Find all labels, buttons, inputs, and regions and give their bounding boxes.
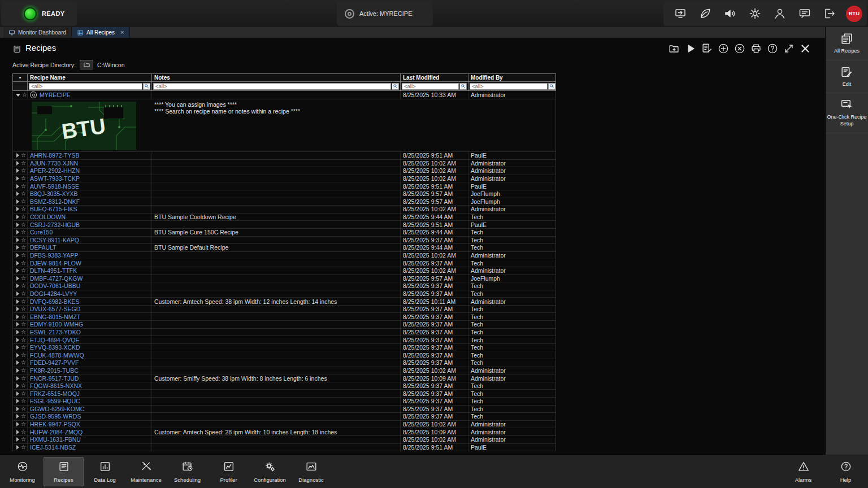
recipe-name-link[interactable]: DVUX-6577-SEGD [30,306,80,312]
close-icon[interactable] [797,41,813,56]
expand-arrow-icon[interactable] [16,161,19,165]
favorite-star-icon[interactable]: ☆ [21,152,26,158]
message-icon[interactable] [795,4,814,23]
column-options-button[interactable]: ▼ [13,74,28,81]
favorite-star-icon[interactable]: ☆ [21,368,26,373]
expand-arrow-icon[interactable] [16,353,19,358]
favorite-star-icon[interactable]: ☆ [21,413,26,419]
speaker-icon[interactable] [721,4,740,23]
favorite-star-icon[interactable]: ☆ [21,168,26,173]
expand-arrow-icon[interactable] [16,176,19,181]
nav-scheduling[interactable]: Scheduling [167,457,207,486]
favorite-star-icon[interactable]: ☆ [21,437,26,442]
recipe-name-link[interactable]: EDMY-9100-WMHG [30,321,83,328]
user-icon[interactable] [770,4,789,23]
expand-arrow-icon[interactable] [16,338,19,342]
recipe-name-link[interactable]: GJSD-9595-WRDS [30,413,81,420]
expand-arrow-icon[interactable] [16,345,19,350]
browse-directory-button[interactable] [80,60,93,69]
recipe-name-link[interactable]: CSRJ-2732-HGUB [30,221,80,228]
print-icon[interactable] [748,41,763,56]
expand-arrow-icon[interactable] [16,445,19,450]
expand-arrow-icon[interactable] [16,223,19,227]
filter-last-modified-input[interactable] [402,83,459,90]
filter-recipe-name-input[interactable] [29,83,142,90]
expand-arrow-icon[interactable] [16,315,19,319]
favorite-star-icon[interactable]: ☆ [21,245,26,250]
expand-arrow-icon[interactable] [16,376,19,381]
favorite-star-icon[interactable]: ☆ [21,276,26,281]
favorite-star-icon[interactable]: ☆ [21,191,26,197]
expand-arrow-icon[interactable] [16,199,19,204]
tab-close-icon[interactable]: × [120,29,124,36]
help-icon[interactable] [765,41,780,56]
favorite-star-icon[interactable]: ☆ [21,321,26,327]
undock-icon[interactable] [671,4,690,23]
expand-arrow-icon[interactable] [16,368,19,373]
favorite-star-icon[interactable]: ☆ [21,329,26,335]
edit-notes-icon[interactable] [699,41,714,56]
favorite-star-icon[interactable]: ☆ [21,283,26,289]
recipe-name-link[interactable]: AUVF-5918-NSSE [30,183,79,190]
favorite-star-icon[interactable]: ☆ [21,429,26,435]
recipe-name-link[interactable]: EYVQ-8393-XCKD [30,344,80,351]
favorite-star-icon[interactable]: ☆ [21,337,26,343]
expand-arrow-icon[interactable] [16,391,19,396]
leaf-icon[interactable] [696,4,715,23]
recipe-name-link[interactable]: FQGW-8615-NXNX [30,382,82,389]
expand-arrow-icon[interactable] [16,437,19,442]
nav-data-log[interactable]: Data Log [85,457,125,486]
recipe-name-link[interactable]: B8QJ-3035-XYXB [30,190,78,197]
favorite-star-icon[interactable]: ☆ [21,229,26,235]
favorite-star-icon[interactable]: ☆ [21,314,26,320]
favorite-star-icon[interactable]: ☆ [21,184,26,189]
recipe-name-link[interactable]: FK8R-2015-TUBC [30,367,79,374]
expand-arrow-icon[interactable] [16,307,19,311]
recipe-name-link[interactable]: AHRN-8972-TYSB [30,152,80,159]
sidebar-all-recipes[interactable]: All Recipes [826,27,868,60]
recipe-name-link[interactable]: BUEQ-6715-FIKS [30,206,77,212]
favorite-star-icon[interactable]: ☆ [21,445,26,450]
recipe-name-link[interactable]: Cure150 [30,229,53,236]
expand-arrow-icon[interactable] [16,360,19,365]
expand-arrow-icon[interactable] [16,430,19,434]
expand-arrow-icon[interactable] [16,422,19,426]
expand-arrow-icon[interactable] [16,184,19,189]
recipe-name-link[interactable]: FCUK-4878-MWWQ [30,352,84,359]
expand-arrow-icon[interactable] [16,268,19,273]
recipe-name-link[interactable]: FDED-9427-PVVF [30,359,79,366]
favorite-star-icon[interactable]: ☆ [21,391,26,396]
delete-recipe-icon[interactable] [732,41,747,56]
nav-help[interactable]: Help [826,457,866,486]
recipe-name-link[interactable]: DVFQ-6982-BKES [30,298,80,305]
recipe-name-link[interactable]: ASWT-7933-TCKP [30,175,80,182]
expand-arrow-icon[interactable] [16,238,19,242]
search-icon[interactable] [548,83,555,90]
nav-configuration[interactable]: Configuration [250,457,290,486]
tab-all-recipes[interactable]: All Recipes × [72,27,129,38]
recipe-name-link[interactable]: COOLDOWN [30,213,66,220]
favorite-star-icon[interactable]: ☆ [21,306,26,312]
recipe-name-link[interactable]: ICEJ-5314-NBSZ [30,444,76,451]
nav-profiler[interactable]: Profiler [209,457,249,486]
add-recipe-icon[interactable] [715,41,731,56]
recipe-name-link[interactable]: DEFAULT [30,244,56,251]
nav-recipes[interactable]: Recipes [44,457,84,486]
recipe-name-link[interactable]: HUFW-2084-ZMQQ [30,429,83,435]
expand-arrow-icon[interactable] [16,414,19,419]
expand-arrow-icon[interactable] [16,399,19,403]
recipe-name-link[interactable]: AJUN-7730-XJNN [30,160,78,167]
run-recipe-icon[interactable] [683,41,698,56]
search-icon[interactable] [459,83,467,90]
expand-arrow-icon[interactable] [16,384,19,388]
favorite-star-icon[interactable]: ☆ [21,260,26,266]
favorite-star-icon[interactable]: ☆ [21,222,26,228]
filter-notes-input[interactable] [153,83,391,90]
expand-arrow-icon[interactable] [16,261,19,265]
col-last-modified[interactable]: Last Modified [401,74,468,81]
recipe-name-link[interactable]: ETJQ-4694-QVQE [30,337,80,343]
recipe-name-link[interactable]: APER-2902-HHZN [30,167,80,174]
favorite-star-icon[interactable]: ☆ [21,352,26,358]
recipe-name-link[interactable]: GGWO-6299-KOMC [30,406,84,412]
recipe-name-link[interactable]: FRKZ-6515-MOQJ [30,390,80,397]
